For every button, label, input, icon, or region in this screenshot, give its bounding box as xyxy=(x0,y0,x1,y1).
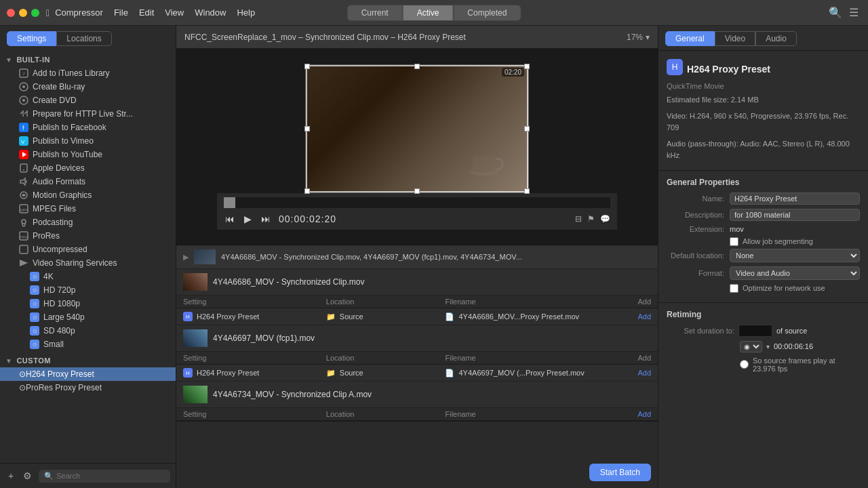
filename-cell: 📄 4Y4A6686_MOV...Proxy Preset.mov xyxy=(445,312,624,321)
sidebar-item-hd720[interactable]: ⊙ HD 720p xyxy=(0,283,176,297)
tab-active[interactable]: Active xyxy=(403,5,454,21)
marker-icon[interactable]: ⚑ xyxy=(587,214,595,224)
go-to-start-button[interactable]: ⏮ xyxy=(224,212,236,226)
apple-device-icon xyxy=(19,163,28,173)
job-item-3: 4Y4A6734_MOV - Synchronized Clip A.mov S… xyxy=(176,382,658,421)
radio-fps[interactable] xyxy=(740,360,749,369)
sidebar-item-create-blu-ray[interactable]: Create Blu-ray xyxy=(0,80,176,94)
menu-compressor[interactable]: Compressor xyxy=(55,7,103,18)
add-cell-2[interactable]: Add xyxy=(624,369,651,377)
job-item-header-3[interactable]: 4Y4A6734_MOV - Synchronized Clip A.mov xyxy=(176,382,658,408)
retiming-time-selector[interactable]: ◉ xyxy=(740,341,762,352)
col-header-location-2: Location xyxy=(326,354,446,362)
split-view-icon[interactable]: ⊟ xyxy=(575,214,582,224)
sidebar-item-publish-facebook[interactable]: f Publish to Facebook xyxy=(0,121,176,134)
sidebar-tab-settings[interactable]: Settings xyxy=(7,31,56,46)
sidebar-item-add-to-itunes[interactable]: ♪ Add to iTunes Library xyxy=(0,66,176,80)
sidebar-item-video-sharing[interactable]: Video Sharing Services xyxy=(0,256,176,270)
add-icon: ♪ xyxy=(19,68,28,78)
sidebar-item-prores[interactable]: PRO ProRes xyxy=(0,229,176,243)
play-button[interactable]: ▶ xyxy=(243,212,253,226)
close-button[interactable] xyxy=(7,9,15,17)
prop-input-description[interactable] xyxy=(730,209,860,221)
sidebar-item-prepare-http[interactable]: Prepare for HTTP Live Str... xyxy=(0,107,176,121)
youtube-icon xyxy=(19,150,28,159)
menu-help[interactable]: Help xyxy=(237,7,255,18)
select-format[interactable]: Video and Audio xyxy=(730,266,860,280)
menu-file[interactable]: File xyxy=(114,7,128,18)
add-cell[interactable]: Add xyxy=(624,312,651,321)
crop-handle-bm[interactable] xyxy=(414,188,420,194)
section-header-builtin[interactable]: ▼ BUILT-IN xyxy=(0,53,176,66)
sidebar-item-podcasting[interactable]: Podcasting xyxy=(0,216,176,229)
sidebar-item-uncompressed[interactable]: Uncompressed xyxy=(0,243,176,256)
menu-edit[interactable]: Edit xyxy=(139,7,154,18)
checkbox-label-optimize-network: Optimize for network use xyxy=(743,284,825,292)
minimize-button[interactable] xyxy=(19,9,27,17)
gear-button[interactable]: ⚙ xyxy=(20,469,35,483)
zoom-control[interactable]: 17% ▾ xyxy=(627,33,650,42)
sidebar-item-publish-youtube[interactable]: Publish to YouTube xyxy=(0,148,176,161)
add-preset-button[interactable]: + xyxy=(5,469,16,483)
go-to-end-button[interactable]: ⏭ xyxy=(260,212,272,226)
crop-handle-tm[interactable] xyxy=(414,64,420,69)
sidebar-item-apple-devices[interactable]: Apple Devices xyxy=(0,161,176,175)
start-batch-button[interactable]: Start Batch xyxy=(589,464,651,481)
job-group-header[interactable]: ▶ 4Y4A6686_MOV - Synchronized Clip.mov, … xyxy=(176,245,658,269)
maximize-button[interactable] xyxy=(31,9,39,17)
crop-handle-ml[interactable] xyxy=(304,126,310,131)
col-header-add-3[interactable]: Add xyxy=(624,410,651,418)
svg-text:PRO: PRO xyxy=(20,235,28,239)
inspector-tab-video[interactable]: Video xyxy=(715,31,755,46)
crop-handle-mr[interactable] xyxy=(524,126,530,131)
radio-row-fps: So source frames play at 23.976 fps xyxy=(667,357,860,373)
search-input[interactable] xyxy=(56,472,165,480)
crop-handle-tl[interactable] xyxy=(304,64,310,69)
crop-handle-br[interactable] xyxy=(524,188,530,194)
sidebar-item-audio-formats[interactable]: Audio Formats xyxy=(0,175,176,188)
sidebar-item-publish-vimeo[interactable]: V Publish to Vimeo xyxy=(0,134,176,148)
checkbox-optimize-network[interactable] xyxy=(730,284,738,293)
job-item-header-2[interactable]: 4Y4A6697_MOV (fcp1).mov xyxy=(176,325,658,352)
job-thumbnail-1 xyxy=(183,273,208,291)
sidebar-item-sd480[interactable]: ⊙ SD 480p xyxy=(0,324,176,338)
tab-completed[interactable]: Completed xyxy=(453,5,521,21)
scrubber[interactable] xyxy=(224,197,610,208)
sidebar-item-create-dvd[interactable]: Create DVD xyxy=(0,94,176,107)
sidebar-item-small[interactable]: ⊙ Small xyxy=(0,338,176,351)
list-icon[interactable]: ☰ xyxy=(849,6,859,19)
prop-label-default-location: Default location: xyxy=(667,251,724,260)
comment-icon[interactable]: 💬 xyxy=(600,214,610,224)
job-item-header-1[interactable]: 4Y4A6686_MOV - Synchronized Clip.mov xyxy=(176,269,658,296)
crop-handle-tr[interactable] xyxy=(524,64,530,69)
sidebar-item-hd1080[interactable]: ⊙ HD 1080p xyxy=(0,297,176,310)
sidebar-item-h264-proxy[interactable]: ⊙ H264 Proxy Preset xyxy=(0,367,176,381)
tab-current[interactable]: Current xyxy=(347,5,403,21)
sidebar-item-4k[interactable]: ⊙ 4K xyxy=(0,270,176,283)
prop-input-name[interactable] xyxy=(730,192,860,205)
sidebar-item-large540[interactable]: ⊙ Large 540p xyxy=(0,310,176,324)
retiming-input-duration[interactable] xyxy=(738,325,772,337)
section-header-custom[interactable]: ▼ CUSTOM xyxy=(0,354,176,367)
inspector-tab-audio[interactable]: Audio xyxy=(755,31,797,46)
sidebar-tab-locations[interactable]: Locations xyxy=(56,31,111,46)
add-link[interactable]: Add xyxy=(637,312,651,321)
select-default-location[interactable]: None xyxy=(730,249,860,262)
crop-handle-bl[interactable] xyxy=(304,188,310,194)
inspector-tab-general[interactable]: General xyxy=(665,31,715,46)
sidebar-item-prores-proxy[interactable]: ⊙ ProRes Proxy Preset xyxy=(0,381,176,394)
search-icon[interactable]: 🔍 xyxy=(829,6,842,19)
add-link-3[interactable]: Add xyxy=(637,410,651,418)
menu-view[interactable]: View xyxy=(165,7,184,18)
job-item-name-2: 4Y4A6697_MOV (fcp1).mov xyxy=(213,333,315,343)
job-table-1: Setting Location Filename Add H H264 Pro… xyxy=(176,296,658,325)
svg-point-13 xyxy=(23,169,24,171)
menu-window[interactable]: Window xyxy=(195,7,226,18)
preset-title-section: H H264 Proxy Preset QuickTime Movie Esti… xyxy=(658,51,868,171)
sidebar-item-motion-graphics[interactable]: Motion Graphics xyxy=(0,188,176,202)
video-sharing-icon xyxy=(19,258,28,268)
sidebar-item-label: Add to iTunes Library xyxy=(33,68,110,78)
sidebar-item-mpeg-files[interactable]: MPG MPEG Files xyxy=(0,202,176,216)
checkbox-job-segmenting[interactable] xyxy=(730,237,738,246)
add-link-2[interactable]: Add xyxy=(637,369,651,377)
